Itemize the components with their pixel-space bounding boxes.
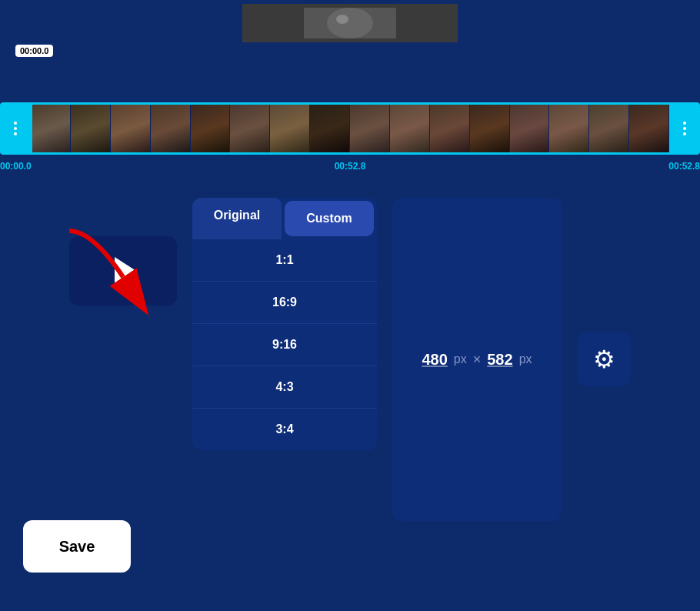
preview-thumbnail [242,4,458,42]
handle-dot [683,132,686,135]
settings-button[interactable]: ⚙ [577,332,631,386]
timeline-handle-right[interactable] [669,102,700,155]
frame-thumb [151,105,191,152]
aspect-ratio-9-16[interactable]: 9:16 [192,324,377,366]
timeline-strip[interactable] [0,102,700,155]
save-button[interactable]: Save [23,520,131,573]
preview-frame-svg [242,4,458,42]
frame-thumb [230,105,270,152]
frame-thumb [510,105,550,152]
aspect-ratio-3-4[interactable]: 3:4 [192,409,377,450]
timeline-handle-left[interactable] [0,102,31,155]
preview-box: 480 px × 582 px [392,198,562,521]
svg-point-3 [336,15,348,24]
frame-thumb [310,105,350,152]
aspect-ratio-16-9[interactable]: 16:9 [192,282,377,324]
time-label-end: 00:52.8 [668,161,700,172]
video-preview-top [0,0,700,42]
handle-dot [683,127,686,130]
handle-dots-right [683,122,686,135]
height-unit: px [519,352,532,366]
width-value[interactable]: 480 [422,351,447,369]
frame-thumb [191,105,231,152]
frame-thumb [111,105,151,152]
handle-dot [14,122,17,125]
aspect-ratio-1-1[interactable]: 1:1 [192,239,377,282]
tab-original[interactable]: Original [192,198,282,239]
timeline-frames [31,102,669,155]
height-value[interactable]: 582 [487,351,512,369]
frame-thumb [71,105,111,152]
aspect-ratio-panel: Original Custom 1:1 16:9 9:16 4:3 3:4 [192,198,377,450]
tab-custom[interactable]: Custom [285,201,374,236]
frame-thumb [629,105,669,152]
handle-dot [14,132,17,135]
time-label-mid: 00:52.8 [335,161,366,172]
frame-thumb [350,105,390,152]
gear-icon: ⚙ [593,345,615,374]
frame-thumb [589,105,629,152]
dimensions-display: 480 px × 582 px [422,351,532,369]
handle-dot [14,127,17,130]
handle-dot [683,122,686,125]
red-arrow-icon [46,223,169,316]
timeline-container: 00:00.0 00:52.8 00:52.8 [0,102,700,175]
width-unit: px [454,352,467,366]
frame-thumb [270,105,310,152]
handle-dots-left [14,122,17,135]
time-label-start: 00:00.0 [0,161,32,172]
svg-point-2 [327,8,373,38]
frame-thumb [31,105,71,152]
time-bubble: 00:00.0 [15,45,53,57]
frame-thumb [470,105,510,152]
frame-thumb [390,105,430,152]
frame-thumb [549,105,589,152]
time-labels: 00:00.0 00:52.8 00:52.8 [0,158,700,175]
dimension-separator: × [473,352,482,368]
timeline-playhead[interactable] [31,102,32,155]
aspect-ratio-4-3[interactable]: 4:3 [192,366,377,409]
aspect-options-list: 1:1 16:9 9:16 4:3 3:4 [192,239,377,450]
aspect-tabs: Original Custom [192,198,377,239]
frame-thumb [430,105,470,152]
